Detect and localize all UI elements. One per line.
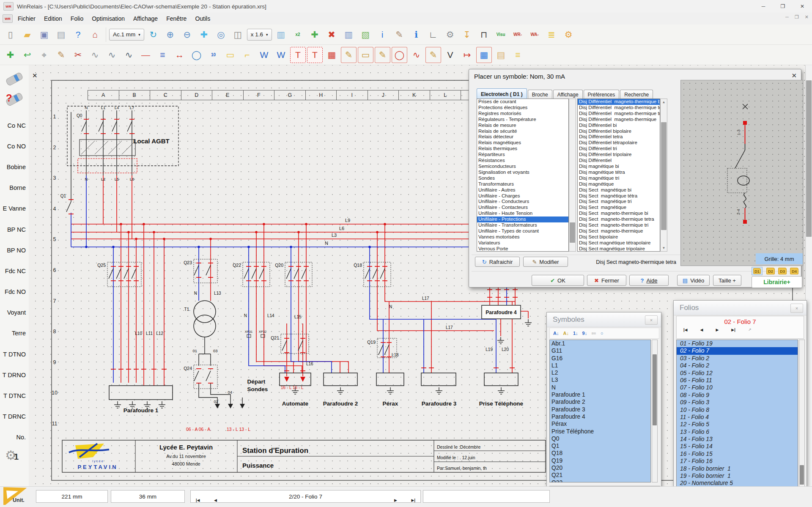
category-item[interactable]: Relais de mesure bbox=[477, 123, 568, 129]
symbols-list-item[interactable]: Q1 bbox=[550, 442, 650, 449]
redraw-icon[interactable]: ↻ bbox=[145, 27, 161, 43]
sidebar-symbol-button[interactable]: No. bbox=[0, 427, 29, 448]
folio-list-item[interactable]: 08 - Folio 9 bbox=[677, 392, 798, 399]
statusbar-first-folio-button[interactable]: |◀ bbox=[196, 498, 200, 502]
delete-icon[interactable]: ✖ bbox=[324, 27, 340, 43]
folio-list-item[interactable]: 07 - Folio 10 bbox=[677, 384, 798, 391]
symbol-item[interactable]: Disj Sect magnétique tétrapolaire bbox=[578, 240, 660, 246]
sidebar-symbol-button[interactable]: T DRNC bbox=[0, 406, 29, 427]
symbols-list-item[interactable]: L1 bbox=[550, 362, 650, 369]
category-item[interactable]: Résistances bbox=[477, 158, 568, 164]
size-plus-button[interactable]: Taille + bbox=[713, 275, 741, 286]
folio-list-item[interactable]: 05 - Folio 12 bbox=[677, 370, 798, 377]
layers-icon[interactable]: ≣ bbox=[544, 27, 560, 43]
symbol-item[interactable]: Disj Sect magnétique bi bbox=[578, 187, 660, 193]
image-icon[interactable]: ▦ bbox=[476, 47, 492, 63]
folio-list-item[interactable]: 09 - Folio 3 bbox=[677, 399, 798, 406]
category-item[interactable]: Registres motorisés bbox=[477, 111, 568, 117]
home-icon[interactable]: ⌂ bbox=[87, 27, 103, 43]
zoom-selection-icon[interactable]: ◎ bbox=[213, 27, 229, 43]
symbols-list-item[interactable]: Parafoudre 4 bbox=[550, 413, 650, 420]
symbols-list-item[interactable]: L2 bbox=[550, 369, 650, 376]
info-tag-icon[interactable]: ℹ bbox=[409, 27, 424, 43]
settings-gear-icon[interactable]: ⚙ bbox=[442, 27, 458, 43]
statusbar-next-folio-button[interactable]: ▶ bbox=[394, 498, 397, 502]
folio-list-item[interactable]: 15 - Folio 14 bbox=[677, 443, 798, 450]
wires-blue-icon[interactable]: ≡ bbox=[155, 47, 170, 63]
modify-button[interactable]: ✎ Modifier bbox=[523, 257, 568, 267]
sort-num-alt-icon[interactable]: 9↓ bbox=[582, 331, 587, 336]
circle-icon[interactable]: ◯ bbox=[189, 47, 204, 63]
symbol-item[interactable]: Disj Sect magnétique tri bbox=[578, 199, 660, 205]
refresh-button[interactable]: ↻ Rafraichir bbox=[475, 257, 520, 267]
wr-base-icon[interactable]: WR- bbox=[510, 27, 526, 43]
symbol-item[interactable]: Disj Sect magneto-thermique bi bbox=[578, 211, 660, 217]
find-edit-icon[interactable]: ✎ bbox=[392, 27, 407, 43]
sidebar-symbol-button[interactable]: Fdc NC bbox=[0, 260, 29, 281]
view-preset-icon[interactable]: ▥ bbox=[273, 27, 289, 43]
text-special-icon[interactable]: T bbox=[307, 47, 323, 63]
folio-list-item[interactable]: 19 - Folio bornier 1 bbox=[677, 472, 798, 480]
scroll-down-icon[interactable]: ▼ bbox=[661, 246, 667, 250]
place-symbol-icon[interactable] bbox=[3, 71, 25, 87]
folio-list-item[interactable]: 03 - Folio 2 bbox=[677, 355, 798, 362]
draw-pencil-icon[interactable]: ✎ bbox=[425, 47, 441, 63]
category-item[interactable]: Protections électriques bbox=[477, 105, 568, 111]
symbol-item[interactable]: Disj magnétique tri bbox=[578, 175, 660, 181]
symbol-item[interactable]: Disj Différentiel tétrapolaire bbox=[578, 140, 660, 146]
symbol-item[interactable]: Disj Sect magnétique tétra bbox=[578, 193, 660, 199]
library-tab-d2[interactable]: D2 bbox=[765, 267, 776, 275]
symbols-list-item[interactable]: Q18 bbox=[550, 449, 650, 457]
sidebar-symbol-button[interactable]: Terre bbox=[0, 323, 29, 344]
library-tab-d4[interactable]: D4 bbox=[789, 267, 800, 275]
category-item[interactable]: Régulateurs - Température bbox=[477, 117, 568, 123]
sort-az-icon[interactable]: A↓ bbox=[553, 331, 559, 336]
symbols-list-item[interactable]: Parafoudre 1 bbox=[550, 391, 650, 398]
category-item[interactable]: Unifilaire - Haute Tension bbox=[477, 211, 568, 217]
visu-icon[interactable]: Visu bbox=[493, 27, 509, 43]
wa-icon[interactable]: WA- bbox=[527, 27, 543, 43]
child-restore-button[interactable]: ❐ bbox=[795, 14, 799, 20]
options-gear-icon[interactable]: ⚙ bbox=[561, 27, 576, 43]
menu-folio[interactable]: Folio bbox=[66, 14, 88, 23]
folio-list-item[interactable]: 11 - Folio 4 bbox=[677, 414, 798, 421]
category-item[interactable]: Relais thermiques bbox=[477, 146, 568, 152]
cable-2-icon[interactable]: ∿ bbox=[104, 47, 120, 63]
draw-curve-icon[interactable]: ∿ bbox=[409, 47, 424, 63]
scroll-up-icon[interactable]: ▲ bbox=[661, 100, 667, 104]
folio-list-item[interactable]: 10 - Folio 8 bbox=[677, 406, 798, 414]
category-item[interactable]: Transformateurs bbox=[477, 181, 568, 187]
close-button[interactable]: ✖ Fermer bbox=[587, 275, 626, 286]
symbols-list-item[interactable]: Prise Téléphone bbox=[550, 428, 650, 435]
category-item[interactable]: Répartiteurs bbox=[477, 152, 568, 158]
symbol-item[interactable]: Disj magnétique bbox=[578, 181, 660, 187]
symbol-item[interactable]: Disj Différentiel bipolaire bbox=[578, 129, 660, 134]
folios-panel-close-icon[interactable]: × bbox=[790, 304, 803, 313]
folios-scrollbar[interactable] bbox=[799, 340, 805, 487]
next-folio-button[interactable]: ▶ bbox=[716, 328, 719, 332]
save-icon[interactable]: ▣ bbox=[36, 27, 52, 43]
menu-optimisation[interactable]: Optimisation bbox=[88, 14, 129, 23]
category-item[interactable]: Unifilaire - Types de courant bbox=[477, 228, 568, 234]
dialog-tab[interactable]: Recherche bbox=[620, 90, 653, 99]
category-item[interactable]: Unifilaire - Conducteurs bbox=[477, 199, 568, 205]
last-folio-button[interactable]: ▶| bbox=[731, 328, 735, 332]
folio-list-item[interactable]: 18 - Folio bornier 1 bbox=[677, 465, 798, 472]
draw-ellipse-icon[interactable]: ◯ bbox=[392, 47, 407, 63]
folio-list-item[interactable]: 14 - Folio 13 bbox=[677, 436, 798, 443]
minimize-button[interactable]: ─ bbox=[754, 0, 773, 13]
symbol-item[interactable]: Disj Différentiel tripolaire bbox=[578, 152, 660, 158]
symbols-list-item[interactable]: N bbox=[550, 384, 650, 391]
cable-3-icon[interactable]: ∿ bbox=[121, 47, 137, 63]
category-item[interactable]: Unifilaire - Transformateurs bbox=[477, 222, 568, 228]
symbol-item[interactable]: Disj Différentiel magneto-thermique bbox=[578, 117, 660, 123]
copy-folio-icon[interactable]: ▥ bbox=[341, 27, 357, 43]
duplicate-x2-icon[interactable]: x2 bbox=[290, 27, 306, 43]
cut-icon[interactable]: ✂ bbox=[70, 47, 86, 63]
export-icon[interactable]: ↧ bbox=[459, 27, 475, 43]
help-button[interactable]: ? Aide bbox=[629, 275, 669, 286]
print-icon[interactable]: ▤ bbox=[53, 27, 69, 43]
category-item[interactable]: Verrous Porte bbox=[477, 246, 568, 252]
move-icon[interactable]: ✚ bbox=[3, 47, 18, 63]
symbol-item[interactable]: Disj magnétique tétra bbox=[578, 170, 660, 175]
